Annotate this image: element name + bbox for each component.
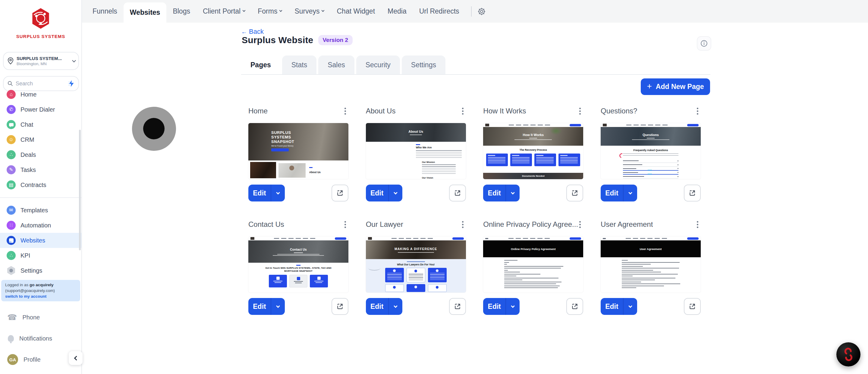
thumb-photo xyxy=(278,163,306,178)
chevron-down-icon[interactable] xyxy=(624,298,637,315)
topnav-item-client-portal[interactable]: Client Portal xyxy=(196,0,251,23)
sidebar-item-home[interactable]: ⌂ Home xyxy=(0,87,82,102)
sidebar-item-crm[interactable]: ☺ CRM xyxy=(0,132,82,147)
add-new-page-button[interactable]: + Add New Page xyxy=(641,79,710,95)
kebab-menu-icon[interactable] xyxy=(697,224,698,225)
external-link-icon xyxy=(336,189,344,197)
tab-security[interactable]: Security xyxy=(356,56,400,75)
sidebar-item-phone[interactable]: ☎ Phone xyxy=(0,309,82,326)
edit-button[interactable]: Edit xyxy=(366,184,402,201)
chevron-down-icon[interactable] xyxy=(271,298,285,315)
account-switcher[interactable]: SURPLUS SYSTEM... Bloomington, MN xyxy=(3,52,79,70)
logged-in-banner: Logged in as go acquirely (support@goacq… xyxy=(1,280,80,301)
topnav-item-blogs[interactable]: Blogs xyxy=(166,0,196,23)
kebab-menu-icon[interactable] xyxy=(344,110,346,112)
sidebar-item-automation[interactable]: ∷ Automation xyxy=(0,218,82,233)
version-badge: Version 2 xyxy=(318,35,353,45)
workflow-icon: ∷ xyxy=(7,221,16,230)
page-card-title: User Agreement xyxy=(601,220,653,229)
webcam-recording-bubble[interactable] xyxy=(132,107,176,151)
page-thumbnail: About Us Who We Are Our Mission Our Visi… xyxy=(366,123,466,179)
page-card-questions: Questions? Questions Frequently Asked Qu… xyxy=(601,107,701,201)
chevron-down-icon[interactable] xyxy=(624,184,637,201)
sidebar-item-chat[interactable]: Chat xyxy=(0,117,82,132)
edit-button[interactable]: Edit xyxy=(248,184,285,201)
open-page-button[interactable] xyxy=(566,184,583,201)
edit-button[interactable]: Edit xyxy=(483,298,520,315)
info-icon xyxy=(700,39,708,47)
thumb-cta-button xyxy=(271,148,289,151)
topnav-item-surveys[interactable]: Surveys xyxy=(288,0,330,23)
topnav-item-media[interactable]: Media xyxy=(381,0,413,23)
page-thumbnail: Contact Us Get In Touch With SURPLUS SYS… xyxy=(248,236,348,293)
kebab-menu-icon[interactable] xyxy=(697,110,698,112)
edit-button[interactable]: Edit xyxy=(366,298,402,315)
open-page-button[interactable] xyxy=(684,184,701,201)
sidebar-item-tasks[interactable]: ✎ Tasks xyxy=(0,162,82,177)
sidebar-item-contracts[interactable]: ▤ Contracts xyxy=(0,177,82,193)
tab-stats[interactable]: Stats xyxy=(282,56,316,75)
info-button[interactable] xyxy=(697,36,711,51)
page-card-user-agreement: User Agreement User Agreement Edit xyxy=(601,220,701,315)
topnav-item-funnels[interactable]: Funnels xyxy=(86,0,124,23)
sidebar-item-templates[interactable]: ✉ Templates xyxy=(0,203,82,218)
chevron-down-icon xyxy=(321,9,324,12)
sidebar-scrollbar[interactable] xyxy=(79,130,81,250)
open-page-button[interactable] xyxy=(332,298,348,315)
pages-grid: Home SURPLUS SYSTEMS SNAPSHOT We've Foun… xyxy=(248,107,701,315)
page-card-title: Questions? xyxy=(601,107,637,115)
sidebar-menu-secondary: ✉ Templates ∷ Automation Websites ∴ KPI … xyxy=(0,203,82,278)
page-card-title: Online Privacy Policy Agree... xyxy=(483,220,578,229)
topnav-item-websites[interactable]: Websites xyxy=(124,2,167,23)
kebab-menu-icon[interactable] xyxy=(344,224,346,225)
document-icon: ▤ xyxy=(7,180,16,190)
tab-sales[interactable]: Sales xyxy=(318,56,354,75)
search-placeholder: Search xyxy=(16,81,66,87)
chevron-down-icon[interactable] xyxy=(506,298,520,315)
open-page-button[interactable] xyxy=(449,184,466,201)
kebab-menu-icon[interactable] xyxy=(462,224,464,225)
chat-widget-launcher[interactable] xyxy=(836,342,861,367)
edit-button[interactable]: Edit xyxy=(601,298,637,315)
logged-in-name: go acquirely xyxy=(30,283,54,287)
sidebar-item-settings[interactable]: Settings xyxy=(0,263,82,278)
page-thumbnail: User Agreement xyxy=(601,236,701,293)
sidebar-item-notifications[interactable]: Notifications xyxy=(0,330,82,347)
external-link-icon xyxy=(688,303,696,310)
gear-icon[interactable] xyxy=(477,7,486,16)
kebab-menu-icon[interactable] xyxy=(462,110,464,112)
person-icon: ☺ xyxy=(7,135,16,144)
bell-icon xyxy=(8,335,14,342)
plus-icon: + xyxy=(647,81,652,91)
topnav-item-url-redirects[interactable]: Url Redirects xyxy=(413,0,466,23)
back-link[interactable]: ←Back xyxy=(241,28,264,36)
switch-account-link[interactable]: switch to my account xyxy=(5,293,76,299)
logged-in-email: (support@goacquirely.com) xyxy=(5,288,76,293)
edit-button[interactable]: Edit xyxy=(601,184,637,201)
sidebar-item-power-dialer[interactable]: ✆ Power Dialer xyxy=(0,102,82,117)
sidebar: SURPLUS SYSTEMS SURPLUS SYSTEM... Bloomi… xyxy=(0,0,82,374)
chevron-down-icon[interactable] xyxy=(271,184,285,201)
open-page-button[interactable] xyxy=(684,298,701,315)
sidebar-item-deals[interactable]: ∴ Deals xyxy=(0,147,82,162)
topnav-item-forms[interactable]: Forms xyxy=(251,0,288,23)
chevron-down-icon[interactable] xyxy=(389,184,402,201)
edit-button[interactable]: Edit xyxy=(483,184,520,201)
page-card-title: Our Lawyer xyxy=(366,220,403,229)
chevron-down-icon[interactable] xyxy=(506,184,520,201)
sidebar-collapse-button[interactable] xyxy=(69,351,83,365)
page-thumbnail: Online Privacy Policy Agreement xyxy=(483,236,583,293)
open-page-button[interactable] xyxy=(566,298,583,315)
chevron-down-icon[interactable] xyxy=(389,298,402,315)
page-card-home: Home SURPLUS SYSTEMS SNAPSHOT We've Foun… xyxy=(248,107,348,201)
kebab-menu-icon[interactable] xyxy=(579,224,581,225)
tab-pages[interactable]: Pages xyxy=(241,56,280,75)
kebab-menu-icon[interactable] xyxy=(579,110,581,112)
sidebar-item-kpi[interactable]: ∴ KPI xyxy=(0,248,82,263)
edit-button[interactable]: Edit xyxy=(248,298,285,315)
sidebar-item-websites[interactable]: Websites xyxy=(0,233,82,248)
open-page-button[interactable] xyxy=(449,298,466,315)
open-page-button[interactable] xyxy=(332,184,348,201)
topnav-item-chat-widget[interactable]: Chat Widget xyxy=(330,0,381,23)
tab-settings[interactable]: Settings xyxy=(402,56,445,75)
